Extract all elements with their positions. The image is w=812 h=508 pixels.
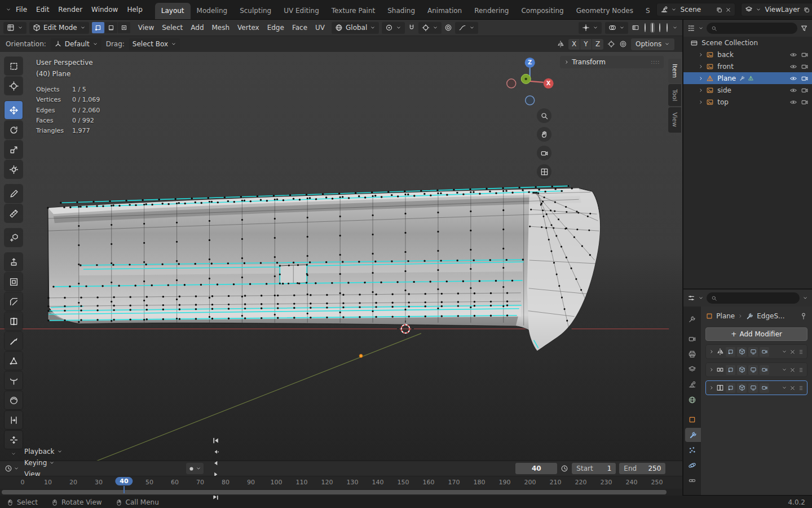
mirror-axis-x-button[interactable]: X [568, 39, 580, 50]
disable-render-icon[interactable] [801, 98, 809, 106]
menu-help[interactable]: Help [122, 3, 147, 16]
menu-edit[interactable]: Edit [32, 3, 54, 16]
scene-browse-chevron-icon[interactable] [671, 7, 677, 12]
workspace-tab-modeling[interactable]: Modeling [191, 3, 234, 19]
workspace-tab-texture-paint[interactable]: Texture Paint [325, 3, 381, 19]
mode-dropdown[interactable]: Edit Mode [29, 22, 89, 34]
workspace-tab-shading[interactable]: Shading [381, 3, 421, 19]
toggle-realtime-icon[interactable] [748, 383, 758, 393]
outliner-search-input[interactable] [720, 24, 793, 33]
menu-window[interactable]: Window [87, 3, 122, 16]
properties-tab-scene[interactable] [683, 378, 701, 392]
outliner-filter-icon[interactable] [800, 24, 808, 32]
scene-copy-icon[interactable] [716, 7, 722, 13]
falloff-dropdown[interactable] [455, 22, 478, 34]
toggle-render-icon[interactable] [760, 383, 769, 393]
tool-cursor[interactable] [5, 77, 23, 95]
scene-selector[interactable]: Scene [656, 3, 735, 16]
viewport-menu-add[interactable]: Add [187, 22, 208, 33]
outliner-item-side[interactable]: side [683, 84, 812, 96]
modifier-row-edge-split[interactable] [705, 380, 807, 395]
vertex-select-button[interactable] [92, 22, 104, 33]
tool-annotate[interactable] [5, 185, 23, 203]
toggle-on-cage-icon[interactable] [726, 365, 735, 375]
shading-material-button[interactable] [657, 23, 662, 33]
hide-eye-icon[interactable] [789, 51, 797, 59]
mirror-axis-y-button[interactable]: Y [580, 39, 592, 50]
delete-modifier-icon[interactable] [789, 349, 796, 355]
toggle-realtime-icon[interactable] [748, 365, 758, 375]
viewlayer-name[interactable]: ViewLayer [764, 6, 801, 14]
workspace-tab-animation[interactable]: Animation [421, 3, 468, 19]
delete-modifier-icon[interactable] [789, 367, 796, 373]
viewport-menu-view[interactable]: View [134, 22, 158, 33]
disable-render-icon[interactable] [801, 86, 809, 94]
menu-file[interactable]: File [11, 3, 32, 16]
toggle-realtime-icon[interactable] [748, 347, 758, 357]
toggle-on-cage-icon[interactable] [726, 383, 735, 393]
panel-drag-grip[interactable]: :::: [651, 59, 660, 65]
workspace-tab-geometry-nodes[interactable]: Geometry Nodes [570, 3, 639, 19]
timeline-editor-icon[interactable] [5, 465, 12, 472]
toggle-edit-mode-icon[interactable] [737, 347, 747, 357]
snap-magnet-icon[interactable] [408, 24, 416, 32]
face-select-button[interactable] [118, 22, 130, 33]
tool-loop-cut[interactable] [5, 312, 23, 330]
toggle-render-icon[interactable] [760, 347, 769, 357]
options-dropdown[interactable]: Options [631, 38, 674, 50]
properties-tab-tool[interactable] [683, 312, 701, 326]
current-frame-indicator[interactable]: 40 [115, 477, 133, 485]
hide-eye-icon[interactable] [789, 86, 797, 94]
workspace-tab-uv-editing[interactable]: UV Editing [277, 3, 325, 19]
viewport-3d[interactable]: Z X User Perspective (40) Plane Objects1… [0, 52, 682, 461]
menu-render[interactable]: Render [54, 3, 87, 16]
outliner-search[interactable] [707, 23, 797, 34]
properties-tab-modifiers[interactable] [685, 428, 701, 442]
zoom-button[interactable] [537, 108, 551, 123]
xray-toggle-icon[interactable] [632, 24, 639, 32]
viewport-menu-face[interactable]: Face [288, 22, 311, 33]
transform-orientation-dropdown[interactable]: Global [332, 22, 379, 34]
properties-search-input[interactable] [720, 294, 795, 303]
tool-measure[interactable] [5, 204, 23, 222]
proportional-size-icon[interactable] [619, 40, 627, 48]
prev-keyframe-button[interactable] [210, 446, 222, 457]
frame-start-field[interactable]: Start 1 [572, 463, 616, 474]
properties-tab-physics[interactable] [683, 458, 701, 472]
drag-handle-icon[interactable] [798, 349, 804, 355]
disable-render-icon[interactable] [801, 75, 809, 82]
camera-view-button[interactable] [537, 146, 551, 160]
properties-editor-chevron-icon[interactable] [698, 295, 704, 301]
drag-dropdown[interactable]: Select Box [129, 38, 180, 50]
modifier-row-mirror[interactable] [705, 344, 807, 359]
tool-add-cube[interactable] [5, 229, 23, 247]
tool-rotate[interactable] [5, 121, 23, 139]
viewlayer-browse-chevron-icon[interactable] [756, 7, 761, 12]
breadcrumb-modifier[interactable]: EdgeS... [757, 312, 784, 320]
timeline-menu-keying[interactable]: Keying [20, 457, 67, 468]
snap-individual-icon[interactable] [607, 40, 615, 48]
properties-tab-object[interactable] [683, 413, 701, 427]
tool-inset-faces[interactable] [5, 273, 23, 291]
outliner-editor-icon[interactable] [687, 24, 695, 32]
properties-tab-view-layer[interactable] [683, 362, 701, 376]
tool-knife[interactable] [5, 332, 23, 350]
viewport-menu-select[interactable]: Select [158, 22, 187, 33]
jump-start-button[interactable] [210, 435, 222, 446]
delete-modifier-icon[interactable] [789, 385, 796, 391]
disable-render-icon[interactable] [801, 63, 809, 71]
properties-tab-world[interactable] [683, 393, 701, 407]
app-menu-chevron-icon[interactable] [6, 7, 11, 12]
mirror-axis-z-button[interactable]: Z [592, 39, 603, 50]
editor-type-dropdown[interactable] [3, 22, 27, 34]
timeline-editor-chevron-icon[interactable] [14, 466, 19, 471]
hide-eye-icon[interactable] [789, 75, 797, 82]
shading-chevron-icon[interactable] [672, 25, 678, 30]
scene-name[interactable]: Scene [679, 6, 713, 14]
sidebar-tab-item[interactable]: Item [668, 59, 681, 83]
overlays-dropdown[interactable] [605, 22, 628, 34]
properties-tab-render[interactable] [683, 332, 701, 346]
edge-select-button[interactable] [105, 22, 117, 33]
tool-select-box[interactable] [5, 57, 23, 75]
pin-icon[interactable] [800, 312, 807, 320]
